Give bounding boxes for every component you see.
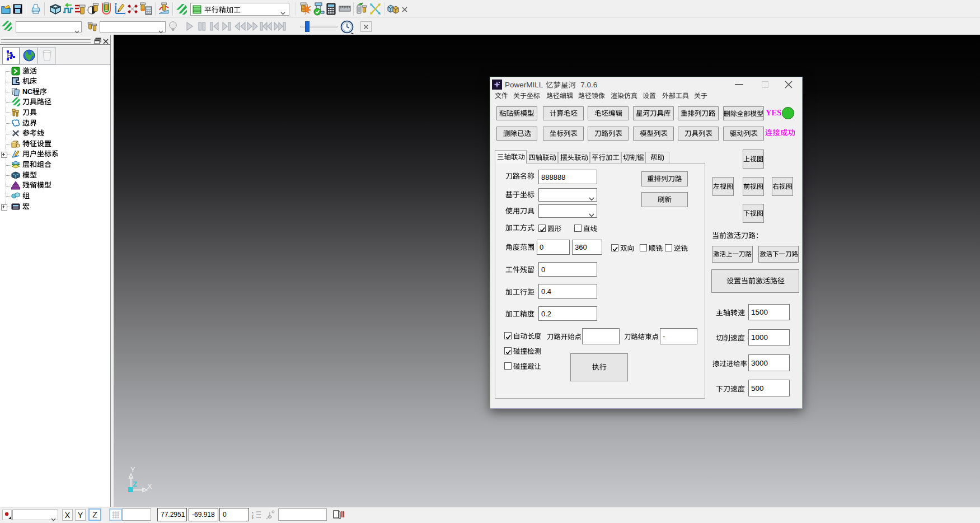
svg-text:Z: Z — [133, 480, 137, 488]
svg-text:X: X — [147, 482, 152, 491]
svg-text:z: z — [252, 516, 254, 520]
svg-text:Y: Y — [130, 465, 135, 474]
